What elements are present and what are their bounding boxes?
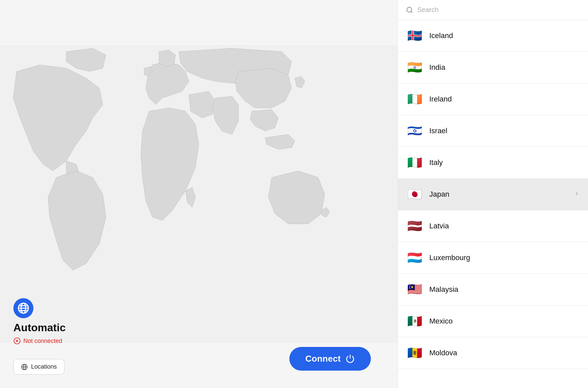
search-input[interactable]: [417, 6, 580, 14]
flag-italy: 🇮🇹: [406, 154, 423, 171]
locations-button-container: Locations: [13, 359, 64, 375]
chevron-right-icon: [573, 190, 580, 199]
country-item-mexico[interactable]: 🇲🇽Mexico: [398, 306, 588, 337]
country-name-italy: Italy: [429, 158, 580, 167]
country-name-ireland: Ireland: [429, 95, 580, 104]
connect-button[interactable]: Connect: [289, 347, 371, 371]
country-name-iceland: Iceland: [429, 31, 580, 40]
current-location-label: Automatic: [13, 322, 65, 334]
flag-moldova: 🇲🇩: [406, 344, 423, 362]
locations-button[interactable]: Locations: [13, 359, 64, 375]
svg-line-11: [411, 11, 412, 13]
flag-israel: 🇮🇱: [406, 122, 423, 140]
country-item-moldova[interactable]: 🇲🇩Moldova: [398, 337, 588, 369]
country-item-luxembourg[interactable]: 🇱🇺Luxembourg: [398, 242, 588, 274]
power-icon: [345, 354, 355, 364]
flag-japan: 🇯🇵: [406, 186, 423, 203]
not-connected-icon: [13, 337, 21, 345]
search-icon: [406, 6, 413, 14]
flag-ireland: 🇮🇪: [406, 90, 423, 108]
country-item-latvia[interactable]: 🇱🇻Latvia: [398, 210, 588, 242]
country-item-ireland[interactable]: 🇮🇪Ireland: [398, 83, 588, 115]
country-name-israel: Israel: [429, 127, 580, 135]
sidebar: 🇮🇸Iceland🇮🇳India🇮🇪Ireland🇮🇱Israel🇮🇹Italy…: [398, 0, 588, 388]
status-panel: Automatic Not connected: [13, 298, 65, 345]
country-list: 🇮🇸Iceland🇮🇳India🇮🇪Ireland🇮🇱Israel🇮🇹Italy…: [398, 20, 588, 388]
flag-malaysia: 🇲🇾: [406, 281, 423, 298]
country-name-india: India: [429, 63, 580, 72]
country-item-malaysia[interactable]: 🇲🇾Malaysia: [398, 274, 588, 306]
flag-mexico: 🇲🇽: [406, 313, 423, 330]
flag-luxembourg: 🇱🇺: [406, 249, 423, 266]
country-name-mexico: Mexico: [429, 317, 580, 326]
map-area: Automatic Not connected Locations Connec…: [0, 0, 398, 388]
search-bar: [398, 0, 588, 20]
country-name-japan: Japan: [429, 190, 567, 199]
country-name-malaysia: Malaysia: [429, 285, 580, 294]
country-item-israel[interactable]: 🇮🇱Israel: [398, 115, 588, 147]
country-name-latvia: Latvia: [429, 222, 580, 230]
country-item-japan[interactable]: 🇯🇵Japan: [398, 179, 588, 210]
locations-globe-icon: [21, 364, 28, 370]
country-item-india[interactable]: 🇮🇳India: [398, 52, 588, 83]
country-item-italy[interactable]: 🇮🇹Italy: [398, 147, 588, 179]
flag-latvia: 🇱🇻: [406, 217, 423, 235]
connection-status: Not connected: [13, 337, 65, 345]
svg-point-10: [407, 7, 412, 12]
country-name-luxembourg: Luxembourg: [429, 253, 580, 262]
country-item-iceland[interactable]: 🇮🇸Iceland: [398, 20, 588, 52]
country-name-moldova: Moldova: [429, 349, 580, 357]
flag-iceland: 🇮🇸: [406, 27, 423, 44]
flag-india: 🇮🇳: [406, 59, 423, 76]
globe-icon: [13, 298, 33, 318]
